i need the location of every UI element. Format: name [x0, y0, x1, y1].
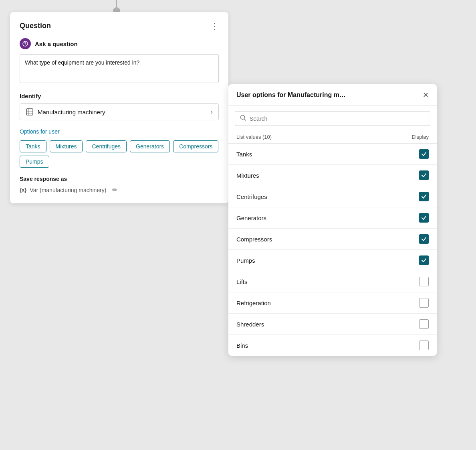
tag-tanks[interactable]: Tanks [20, 140, 46, 152]
tag-generators[interactable]: Generators [130, 140, 170, 152]
list-item-label: Mixtures [236, 172, 259, 179]
list-item: Shredders [228, 314, 437, 335]
options-for-user-label: Options for user [20, 128, 219, 135]
ask-icon [20, 38, 31, 49]
user-options-panel: User options for Manufacturing m… ✕ List… [228, 84, 437, 356]
list-item-label: Centrifuges [236, 193, 267, 200]
entity-name: Manufacturing machinery [38, 109, 105, 116]
list-item: Generators [228, 207, 437, 229]
list-item: Centrifuges [228, 186, 437, 207]
card-title: Question [20, 22, 51, 30]
svg-line-7 [244, 119, 246, 121]
question-textarea[interactable]: What type of equipment are you intereste… [20, 54, 219, 83]
list-items: TanksMixturesCentrifugesGeneratorsCompre… [228, 144, 437, 356]
display-label: Display [411, 134, 429, 140]
table-icon [26, 108, 34, 116]
panel-title: User options for Manufacturing m… [236, 91, 346, 99]
tag-centrifuges[interactable]: Centrifuges [86, 140, 127, 152]
checkbox-unchecked[interactable] [419, 298, 429, 308]
var-icon: {x} [20, 187, 26, 193]
var-text: Var (manufacturing machinery) [30, 187, 106, 193]
list-item-label: Pumps [236, 257, 255, 264]
list-item-label: Generators [236, 215, 266, 221]
list-item-label: Compressors [236, 236, 272, 243]
tag-mixtures[interactable]: Mixtures [50, 140, 83, 152]
svg-rect-2 [26, 109, 33, 115]
chevron-right-icon: › [211, 108, 213, 116]
list-item-label: Lifts [236, 278, 248, 285]
tags-container: Tanks Mixtures Centrifuges Generators Co… [20, 140, 219, 168]
list-item: Lifts [228, 271, 437, 292]
panel-header: User options for Manufacturing m… ✕ [228, 84, 437, 105]
list-item: Tanks [228, 144, 437, 165]
tag-pumps[interactable]: Pumps [20, 156, 49, 168]
list-item-label: Bins [236, 342, 248, 349]
svg-point-1 [25, 45, 25, 45]
tag-compressors[interactable]: Compressors [173, 140, 218, 152]
var-row: {x} Var (manufacturing machinery) ✏ [20, 186, 219, 194]
ask-question-label: Ask a question [35, 41, 78, 47]
list-header: List values (10) Display [228, 132, 437, 144]
checkbox-checked[interactable] [419, 213, 429, 223]
list-item: Bins [228, 335, 437, 356]
list-values-label: List values (10) [236, 134, 272, 140]
edit-icon[interactable]: ✏ [112, 186, 117, 194]
card-header: Question ⋮ [20, 22, 219, 30]
list-item-label: Refrigeration [236, 300, 271, 306]
search-input[interactable] [250, 116, 425, 122]
list-item-label: Shredders [236, 321, 264, 328]
list-item: Refrigeration [228, 292, 437, 314]
save-response-label: Save response as [20, 176, 219, 182]
identify-label: Identify [20, 93, 219, 99]
search-box [235, 111, 430, 126]
checkbox-unchecked[interactable] [419, 341, 429, 350]
ask-question-section: Ask a question [20, 38, 219, 49]
search-icon [240, 115, 246, 122]
checkbox-checked[interactable] [419, 192, 429, 201]
question-card: Question ⋮ Ask a question What type of e… [10, 12, 228, 203]
checkbox-checked[interactable] [419, 149, 429, 159]
list-item: Mixtures [228, 165, 437, 186]
identify-row[interactable]: Manufacturing machinery › [20, 103, 219, 120]
list-item: Compressors [228, 229, 437, 250]
more-options-icon[interactable]: ⋮ [211, 22, 219, 30]
checkbox-unchecked[interactable] [419, 277, 429, 286]
list-item: Pumps [228, 250, 437, 271]
checkbox-unchecked[interactable] [419, 319, 429, 329]
list-item-label: Tanks [236, 151, 252, 158]
checkbox-checked[interactable] [419, 255, 429, 265]
checkbox-checked[interactable] [419, 170, 429, 180]
close-button[interactable]: ✕ [423, 91, 429, 99]
checkbox-checked[interactable] [419, 234, 429, 244]
